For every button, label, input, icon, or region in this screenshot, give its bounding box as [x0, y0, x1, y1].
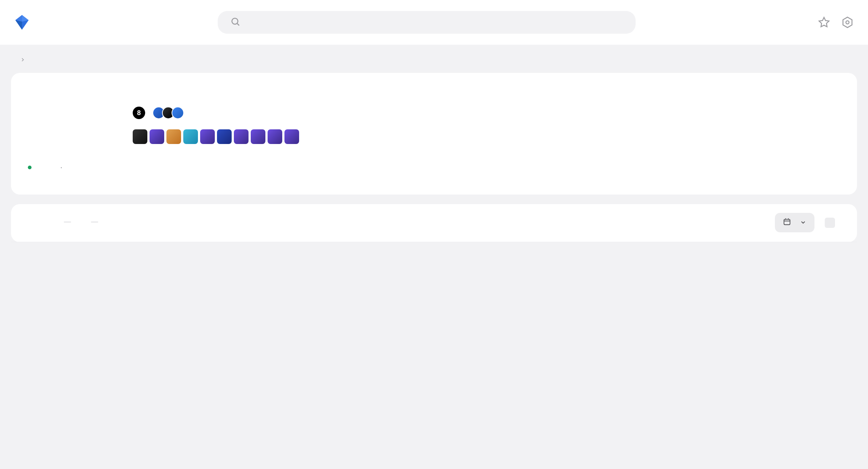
svg-line-1: [237, 23, 239, 25]
logo[interactable]: [13, 14, 37, 31]
link-sep: ·: [60, 162, 62, 172]
overview-card: 8: [11, 73, 857, 195]
tab-collectibles[interactable]: [87, 221, 98, 224]
svg-rect-3: [784, 219, 790, 225]
chevron-down-icon: [800, 217, 806, 228]
star-icon[interactable]: [817, 15, 831, 30]
collectible-thumbs: [133, 129, 299, 144]
app-header: [0, 0, 868, 45]
header-actions: [817, 15, 855, 30]
search-box[interactable]: [218, 11, 636, 34]
checkbox[interactable]: [825, 218, 835, 228]
search-wrap: [45, 11, 808, 34]
svg-point-0: [232, 18, 238, 24]
search-icon: [230, 16, 240, 28]
breadcrumb: [0, 45, 868, 73]
tokens-count: [64, 221, 71, 223]
status-dot-icon: [28, 166, 32, 169]
search-input[interactable]: [249, 16, 623, 28]
initiator-filter[interactable]: [825, 218, 840, 228]
svg-point-2: [846, 21, 849, 24]
qr-code: [745, 86, 840, 181]
date-filter-button[interactable]: [775, 213, 814, 232]
history-card: [11, 204, 857, 242]
chevron-right-icon: [20, 54, 26, 65]
tab-tokens[interactable]: [60, 221, 71, 224]
settings-icon[interactable]: [840, 15, 855, 30]
token-bubbles: [155, 107, 184, 119]
collectibles-count: [91, 221, 98, 223]
diamond-icon: [13, 14, 31, 31]
status-badge: [28, 166, 34, 169]
token-icon: 8: [133, 107, 145, 119]
calendar-icon: [783, 217, 791, 228]
